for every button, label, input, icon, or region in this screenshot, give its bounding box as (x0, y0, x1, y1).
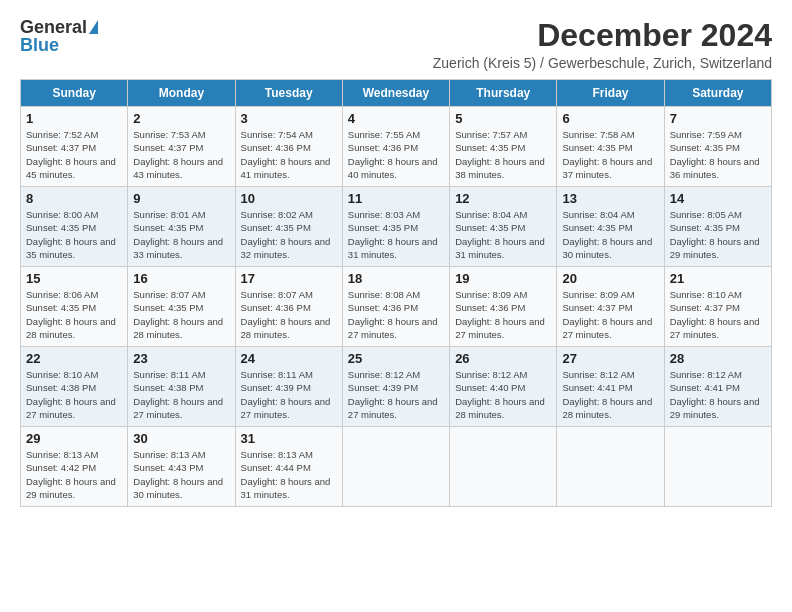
calendar-day-cell: 25 Sunrise: 8:12 AMSunset: 4:39 PMDaylig… (342, 347, 449, 427)
day-of-week-header: Tuesday (235, 80, 342, 107)
logo: General Blue (20, 18, 98, 54)
calendar-day-cell: 10 Sunrise: 8:02 AMSunset: 4:35 PMDaylig… (235, 187, 342, 267)
day-info: Sunrise: 8:09 AMSunset: 4:36 PMDaylight:… (455, 289, 545, 340)
day-number: 4 (348, 111, 444, 126)
calendar-day-cell: 20 Sunrise: 8:09 AMSunset: 4:37 PMDaylig… (557, 267, 664, 347)
calendar-day-cell: 27 Sunrise: 8:12 AMSunset: 4:41 PMDaylig… (557, 347, 664, 427)
calendar-week-row: 29 Sunrise: 8:13 AMSunset: 4:42 PMDaylig… (21, 427, 772, 507)
day-info: Sunrise: 8:05 AMSunset: 4:35 PMDaylight:… (670, 209, 760, 260)
day-info: Sunrise: 8:10 AMSunset: 4:37 PMDaylight:… (670, 289, 760, 340)
calendar-day-cell: 30 Sunrise: 8:13 AMSunset: 4:43 PMDaylig… (128, 427, 235, 507)
calendar-header-row: SundayMondayTuesdayWednesdayThursdayFrid… (21, 80, 772, 107)
day-number: 17 (241, 271, 337, 286)
day-info: Sunrise: 8:08 AMSunset: 4:36 PMDaylight:… (348, 289, 438, 340)
calendar-day-cell: 26 Sunrise: 8:12 AMSunset: 4:40 PMDaylig… (450, 347, 557, 427)
day-number: 11 (348, 191, 444, 206)
day-info: Sunrise: 8:04 AMSunset: 4:35 PMDaylight:… (455, 209, 545, 260)
logo-general-text: General (20, 18, 87, 36)
day-number: 16 (133, 271, 229, 286)
day-number: 12 (455, 191, 551, 206)
calendar-week-row: 1 Sunrise: 7:52 AMSunset: 4:37 PMDayligh… (21, 107, 772, 187)
calendar-day-cell: 14 Sunrise: 8:05 AMSunset: 4:35 PMDaylig… (664, 187, 771, 267)
day-info: Sunrise: 8:12 AMSunset: 4:41 PMDaylight:… (562, 369, 652, 420)
calendar-day-cell: 1 Sunrise: 7:52 AMSunset: 4:37 PMDayligh… (21, 107, 128, 187)
day-info: Sunrise: 8:02 AMSunset: 4:35 PMDaylight:… (241, 209, 331, 260)
day-of-week-header: Monday (128, 80, 235, 107)
day-number: 27 (562, 351, 658, 366)
day-number: 18 (348, 271, 444, 286)
day-number: 23 (133, 351, 229, 366)
day-info: Sunrise: 8:04 AMSunset: 4:35 PMDaylight:… (562, 209, 652, 260)
day-number: 25 (348, 351, 444, 366)
location-title: Zuerich (Kreis 5) / Gewerbeschule, Zuric… (433, 55, 772, 71)
day-of-week-header: Thursday (450, 80, 557, 107)
day-info: Sunrise: 8:12 AMSunset: 4:40 PMDaylight:… (455, 369, 545, 420)
day-number: 15 (26, 271, 122, 286)
calendar-day-cell: 8 Sunrise: 8:00 AMSunset: 4:35 PMDayligh… (21, 187, 128, 267)
day-info: Sunrise: 7:58 AMSunset: 4:35 PMDaylight:… (562, 129, 652, 180)
calendar-day-cell: 28 Sunrise: 8:12 AMSunset: 4:41 PMDaylig… (664, 347, 771, 427)
day-number: 3 (241, 111, 337, 126)
day-number: 24 (241, 351, 337, 366)
day-info: Sunrise: 8:12 AMSunset: 4:41 PMDaylight:… (670, 369, 760, 420)
calendar-day-cell: 17 Sunrise: 8:07 AMSunset: 4:36 PMDaylig… (235, 267, 342, 347)
day-info: Sunrise: 8:01 AMSunset: 4:35 PMDaylight:… (133, 209, 223, 260)
day-info: Sunrise: 8:07 AMSunset: 4:36 PMDaylight:… (241, 289, 331, 340)
day-number: 28 (670, 351, 766, 366)
calendar-day-cell: 31 Sunrise: 8:13 AMSunset: 4:44 PMDaylig… (235, 427, 342, 507)
day-info: Sunrise: 8:03 AMSunset: 4:35 PMDaylight:… (348, 209, 438, 260)
day-info: Sunrise: 7:52 AMSunset: 4:37 PMDaylight:… (26, 129, 116, 180)
day-info: Sunrise: 8:12 AMSunset: 4:39 PMDaylight:… (348, 369, 438, 420)
calendar-day-cell: 6 Sunrise: 7:58 AMSunset: 4:35 PMDayligh… (557, 107, 664, 187)
day-number: 13 (562, 191, 658, 206)
calendar-day-cell (664, 427, 771, 507)
calendar-week-row: 22 Sunrise: 8:10 AMSunset: 4:38 PMDaylig… (21, 347, 772, 427)
day-number: 9 (133, 191, 229, 206)
logo-blue-text: Blue (20, 36, 59, 54)
calendar-day-cell: 9 Sunrise: 8:01 AMSunset: 4:35 PMDayligh… (128, 187, 235, 267)
day-number: 8 (26, 191, 122, 206)
calendar-day-cell: 13 Sunrise: 8:04 AMSunset: 4:35 PMDaylig… (557, 187, 664, 267)
calendar-day-cell: 19 Sunrise: 8:09 AMSunset: 4:36 PMDaylig… (450, 267, 557, 347)
day-number: 14 (670, 191, 766, 206)
day-info: Sunrise: 8:13 AMSunset: 4:44 PMDaylight:… (241, 449, 331, 500)
day-number: 29 (26, 431, 122, 446)
day-number: 7 (670, 111, 766, 126)
calendar-day-cell: 22 Sunrise: 8:10 AMSunset: 4:38 PMDaylig… (21, 347, 128, 427)
day-of-week-header: Saturday (664, 80, 771, 107)
day-number: 19 (455, 271, 551, 286)
day-info: Sunrise: 8:10 AMSunset: 4:38 PMDaylight:… (26, 369, 116, 420)
calendar-day-cell (557, 427, 664, 507)
day-info: Sunrise: 7:53 AMSunset: 4:37 PMDaylight:… (133, 129, 223, 180)
calendar-day-cell: 18 Sunrise: 8:08 AMSunset: 4:36 PMDaylig… (342, 267, 449, 347)
calendar-day-cell: 15 Sunrise: 8:06 AMSunset: 4:35 PMDaylig… (21, 267, 128, 347)
calendar-day-cell: 11 Sunrise: 8:03 AMSunset: 4:35 PMDaylig… (342, 187, 449, 267)
day-info: Sunrise: 8:13 AMSunset: 4:43 PMDaylight:… (133, 449, 223, 500)
day-of-week-header: Wednesday (342, 80, 449, 107)
day-info: Sunrise: 8:11 AMSunset: 4:39 PMDaylight:… (241, 369, 331, 420)
calendar-day-cell: 7 Sunrise: 7:59 AMSunset: 4:35 PMDayligh… (664, 107, 771, 187)
calendar-day-cell: 16 Sunrise: 8:07 AMSunset: 4:35 PMDaylig… (128, 267, 235, 347)
day-info: Sunrise: 8:11 AMSunset: 4:38 PMDaylight:… (133, 369, 223, 420)
calendar-day-cell: 5 Sunrise: 7:57 AMSunset: 4:35 PMDayligh… (450, 107, 557, 187)
day-of-week-header: Friday (557, 80, 664, 107)
logo-triangle-icon (89, 20, 98, 34)
calendar-day-cell: 2 Sunrise: 7:53 AMSunset: 4:37 PMDayligh… (128, 107, 235, 187)
calendar-day-cell: 4 Sunrise: 7:55 AMSunset: 4:36 PMDayligh… (342, 107, 449, 187)
day-info: Sunrise: 8:00 AMSunset: 4:35 PMDaylight:… (26, 209, 116, 260)
day-info: Sunrise: 7:54 AMSunset: 4:36 PMDaylight:… (241, 129, 331, 180)
calendar-day-cell: 12 Sunrise: 8:04 AMSunset: 4:35 PMDaylig… (450, 187, 557, 267)
header: General Blue December 2024 Zuerich (Krei… (20, 18, 772, 71)
calendar-week-row: 15 Sunrise: 8:06 AMSunset: 4:35 PMDaylig… (21, 267, 772, 347)
calendar-week-row: 8 Sunrise: 8:00 AMSunset: 4:35 PMDayligh… (21, 187, 772, 267)
calendar-day-cell (450, 427, 557, 507)
day-of-week-header: Sunday (21, 80, 128, 107)
calendar-day-cell: 24 Sunrise: 8:11 AMSunset: 4:39 PMDaylig… (235, 347, 342, 427)
calendar-day-cell: 3 Sunrise: 7:54 AMSunset: 4:36 PMDayligh… (235, 107, 342, 187)
month-title: December 2024 (433, 18, 772, 53)
title-area: December 2024 Zuerich (Kreis 5) / Gewerb… (433, 18, 772, 71)
day-info: Sunrise: 8:09 AMSunset: 4:37 PMDaylight:… (562, 289, 652, 340)
day-number: 22 (26, 351, 122, 366)
calendar-day-cell: 29 Sunrise: 8:13 AMSunset: 4:42 PMDaylig… (21, 427, 128, 507)
day-number: 30 (133, 431, 229, 446)
